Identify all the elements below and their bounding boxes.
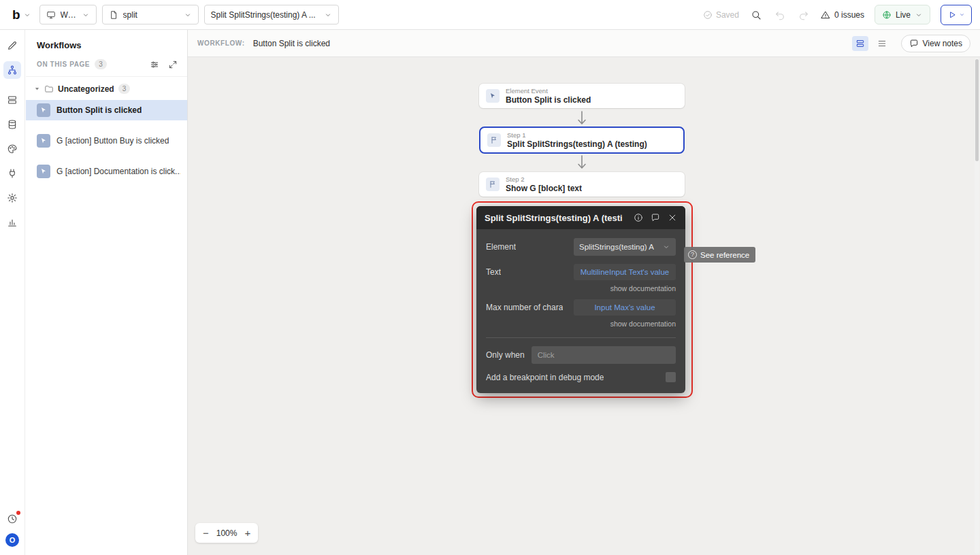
scrollbar-thumb[interactable] <box>975 59 979 161</box>
redo-icon[interactable] <box>797 8 811 22</box>
action-editor-popup: Split SplitStrings(testing) A (testi Ele… <box>476 206 685 393</box>
event-node[interactable]: Element Event Button Split is clicked <box>479 84 685 108</box>
workflow-nodes: Element Event Button Split is clicked St… <box>479 84 685 197</box>
saved-indicator: Saved <box>703 10 739 20</box>
live-button[interactable]: Live <box>875 5 930 24</box>
max-docs-line: show documentation <box>476 319 685 329</box>
chevron-down-icon <box>662 243 670 251</box>
search-icon[interactable] <box>749 8 763 22</box>
issues-button[interactable]: 0 issues <box>821 10 864 20</box>
workflow-list-item[interactable]: Button Split is clicked <box>26 100 187 120</box>
zoom-in-button[interactable]: + <box>244 528 250 538</box>
close-icon[interactable] <box>668 213 677 222</box>
workflow-prefix-label: WORKFLOW: <box>197 39 245 47</box>
left-rail: O <box>0 30 25 555</box>
folder-uncategorized[interactable]: Uncategorized 3 <box>26 77 187 100</box>
bubble-logo: b <box>12 8 20 21</box>
popup-header[interactable]: Split SplitStrings(testing) A (testi <box>476 206 685 229</box>
chevron-down-icon <box>82 11 90 19</box>
page-dropdown[interactable]: split <box>102 5 199 24</box>
comment-icon[interactable] <box>651 213 660 222</box>
topbar: b Web split Split SplitStrings(testing) … <box>0 0 980 30</box>
info-icon[interactable] <box>634 213 643 222</box>
popup-title: Split SplitStrings(testing) A (testi <box>485 213 623 223</box>
flow-arrow <box>479 108 685 128</box>
plugins-tab[interactable] <box>3 165 21 182</box>
card-view-toggle[interactable] <box>852 36 868 51</box>
list-view-toggle[interactable] <box>874 36 890 51</box>
max-chars-expression[interactable]: Input Max's value <box>574 299 676 316</box>
undo-icon[interactable] <box>773 8 787 22</box>
saved-label: Saved <box>716 10 739 20</box>
view-notes-button[interactable]: View notes <box>901 35 970 52</box>
step-node-selected[interactable]: Step 1 Split SplitStrings(testing) A (te… <box>479 127 685 154</box>
workflows-panel: Workflows ON THIS PAGE 3 Uncategorized 3… <box>26 30 188 555</box>
logs-tab[interactable] <box>3 214 21 231</box>
monitor-icon <box>46 10 56 20</box>
notification-dot <box>16 511 20 515</box>
avatar[interactable]: O <box>5 533 19 547</box>
breakpoint-checkbox[interactable] <box>666 372 676 382</box>
breakpoint-label: Add a breakpoint in debug mode <box>486 373 604 382</box>
question-circle-icon: ? <box>688 250 697 259</box>
zoom-out-button[interactable]: − <box>203 528 209 538</box>
only-when-label: Only when <box>486 350 525 360</box>
palette-icon <box>7 144 18 154</box>
show-documentation-link[interactable]: show documentation <box>610 284 676 292</box>
workflow-item-label: G [action] Documentation is click... <box>56 167 180 176</box>
caret-down-icon <box>34 86 40 92</box>
workflow-dropdown-label: Split SplitStrings(testing) A ... <box>211 10 316 20</box>
popup-divider <box>486 337 676 338</box>
chevron-down-icon <box>959 12 965 18</box>
filter-sliders-icon[interactable] <box>150 60 159 69</box>
design-tab[interactable] <box>3 37 21 54</box>
history-button[interactable] <box>3 510 21 528</box>
view-notes-label: View notes <box>923 39 962 48</box>
only-when-row: Only when <box>476 346 685 364</box>
element-select[interactable]: SplitStrings(testing) A <box>574 238 676 256</box>
show-documentation-link[interactable]: show documentation <box>610 320 676 328</box>
max-chars-row: Max number of chara Input Max's value <box>476 299 685 316</box>
node-title: Button Split is clicked <box>506 95 591 105</box>
text-expression[interactable]: MultilineInput Text's value <box>574 264 676 280</box>
check-circle-icon <box>703 10 713 20</box>
expand-icon[interactable] <box>168 60 178 69</box>
flow-arrow <box>479 152 685 172</box>
page-icon <box>109 10 118 20</box>
styles-tab[interactable] <box>3 140 21 158</box>
platform-dropdown[interactable]: Web <box>39 5 97 24</box>
workflow-list-item[interactable]: G [action] Button Buy is clicked <box>26 131 187 151</box>
elements-tab[interactable] <box>3 91 21 109</box>
canvas-header-actions: View notes <box>852 35 970 52</box>
workflow-item-label: G [action] Button Buy is clicked <box>56 136 169 146</box>
comment-icon <box>909 39 919 48</box>
node-kind: Step 1 <box>507 131 647 139</box>
step-flag-icon <box>487 133 501 147</box>
plug-icon <box>7 168 18 179</box>
topbar-right: Saved 0 issues Live <box>703 5 980 25</box>
workflow-tab[interactable] <box>3 61 21 79</box>
element-row: Element SplitStrings(testing) A <box>476 238 685 256</box>
workflow-list-item[interactable]: G [action] Documentation is click... <box>26 161 187 182</box>
vertical-scrollbar[interactable] <box>975 58 979 554</box>
element-event-icon <box>486 89 500 103</box>
data-tab[interactable] <box>3 116 21 133</box>
node-kind: Element Event <box>506 87 591 95</box>
folder-icon <box>44 84 54 94</box>
step-flag-icon <box>486 178 500 191</box>
workflow-dropdown[interactable]: Split SplitStrings(testing) A ... <box>204 5 339 24</box>
step-node[interactable]: Step 2 Show G [block] text <box>479 172 685 197</box>
node-kind: Step 2 <box>506 175 582 184</box>
chevron-down-icon <box>184 11 192 19</box>
chevron-down-icon <box>23 11 31 19</box>
bubble-logo-menu[interactable]: b <box>10 7 34 22</box>
topbar-left: b Web split Split SplitStrings(testing) … <box>0 5 339 24</box>
workflow-item-label: Button Split is clicked <box>56 105 142 115</box>
only-when-input[interactable] <box>532 346 676 364</box>
popup-body: Element SplitStrings(testing) A Text Mul… <box>476 229 685 393</box>
canvas[interactable]: WORKFLOW: Button Split is clicked View n… <box>188 30 980 555</box>
settings-tab[interactable] <box>3 189 21 207</box>
zoom-level: 100% <box>216 528 238 538</box>
preview-button[interactable] <box>941 5 972 25</box>
pencil-icon <box>7 40 18 51</box>
